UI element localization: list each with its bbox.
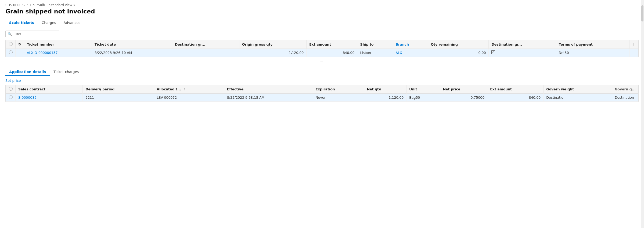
origin-gross-qty-cell: 1,120.00 (239, 49, 306, 57)
lower-row-checkbox-cell[interactable] (6, 94, 16, 102)
filter-container: 🔍 (5, 31, 639, 37)
lower-select-all-checkbox[interactable] (9, 87, 13, 91)
row-checkbox-cell[interactable] (6, 49, 16, 57)
sort-asc-icon[interactable]: ↑ (183, 88, 185, 91)
row-more-cell (629, 49, 638, 57)
lower-table-header: Sales contract Delivery period Allocated… (6, 85, 638, 94)
header-qty-remaining[interactable]: Qty remaining (428, 40, 489, 49)
lower-header-govern-g[interactable]: Govern g... (612, 85, 638, 94)
lower-header-select-all[interactable] (6, 85, 16, 94)
breadcrumb: CUS-000052 : Flour50lb | Standard view ∨ (5, 3, 639, 7)
net-qty-cell: 1,120.00 (364, 94, 406, 102)
header-branch[interactable]: Branch (393, 40, 428, 49)
table-row: S-0000083 2211 LEV-000072 8/22/2023 9:58… (6, 94, 638, 102)
refresh-icon: ↻ (18, 42, 21, 46)
lower-section: Application details Ticket charges Set p… (0, 65, 644, 102)
ship-to-cell: Lisbon (357, 49, 393, 57)
section-divider: = (0, 57, 644, 65)
header-destination-gr2[interactable]: Destination gr... (489, 40, 556, 49)
branch-cell[interactable]: ALX (393, 49, 428, 57)
tab-advances[interactable]: Advances (60, 19, 84, 27)
tab-ticket-charges[interactable]: Ticket charges (50, 68, 82, 76)
lower-header-net-qty[interactable]: Net qty (364, 85, 406, 94)
lower-header-unit[interactable]: Unit (406, 85, 440, 94)
ticket-number-cell[interactable]: ALX-O-000000137 (24, 49, 92, 57)
govern-g-cell: Destination (612, 94, 638, 102)
destination-gr2-cell[interactable] (489, 49, 556, 57)
qty-remaining-cell: 0.00 (428, 49, 489, 57)
customer-name: Flour50lb (30, 3, 45, 7)
application-details-table: Sales contract Delivery period Allocated… (5, 85, 639, 102)
header-refresh[interactable]: ↻ (16, 40, 24, 49)
lower-tabs: Application details Ticket charges (5, 68, 639, 76)
colon-separator: : (27, 3, 28, 7)
scrollbar-thumb[interactable] (641, 5, 643, 21)
sales-contract-cell[interactable]: S-0000083 (16, 94, 83, 102)
view-selector[interactable]: Standard view ∨ (49, 3, 75, 7)
filter-input-wrap[interactable]: 🔍 (5, 31, 59, 37)
pipe-separator: | (46, 3, 48, 7)
header-more[interactable]: ⋮ (629, 40, 638, 49)
header-destination-gr[interactable]: Destination gr... (172, 40, 239, 49)
lower-header-delivery-period[interactable]: Delivery period (83, 85, 154, 94)
destination-gr-cell (172, 49, 239, 57)
page-title: Grain shipped not invoiced (5, 8, 639, 15)
lower-header-expiration[interactable]: Expiration (313, 85, 364, 94)
govern-weight-cell: Destination (544, 94, 612, 102)
lower-header-ext-amount[interactable]: Ext amount (487, 85, 544, 94)
customer-id: CUS-000052 (5, 3, 26, 7)
search-icon: 🔍 (8, 32, 12, 36)
lower-row-checkbox[interactable] (9, 95, 13, 99)
lower-header-govern-weight[interactable]: Govern weight (544, 85, 612, 94)
terms-of-payment-cell: Net30 (556, 49, 629, 57)
tab-application-details[interactable]: Application details (5, 68, 50, 76)
header-ship-to[interactable]: Ship to (357, 40, 393, 49)
table-row: ALX-O-000000137 8/22/2023 9:26:10 AM 1,1… (6, 49, 638, 57)
set-price-link[interactable]: Set price (5, 79, 21, 83)
unit-cell: Bag50 (406, 94, 440, 102)
upper-table-header: ↻ Ticket number Ticket date Destination … (6, 40, 638, 49)
header-ticket-date[interactable]: Ticket date (92, 40, 172, 49)
allocated-t-cell: LEV-000072 (154, 94, 224, 102)
header-select-all[interactable] (6, 40, 16, 49)
right-scrollbar[interactable] (641, 0, 644, 102)
delivery-period-cell: 2211 (83, 94, 154, 102)
ext-amount-cell: 840.00 (307, 49, 357, 57)
tab-charges[interactable]: Charges (38, 19, 60, 27)
net-price-cell: 0.75000 (440, 94, 487, 102)
lower-header-net-price[interactable]: Net price (440, 85, 487, 94)
upper-section: 🔍 ↻ Ticket number Ticket date (0, 27, 644, 57)
row-refresh-cell (16, 49, 24, 57)
header-ext-amount[interactable]: Ext amount (307, 40, 357, 49)
effective-cell: 8/22/2023 9:58:15 AM (224, 94, 313, 102)
lower-header-sales-contract[interactable]: Sales contract (16, 85, 83, 94)
tab-scale-tickets[interactable]: Scale tickets (5, 19, 38, 27)
lower-header-effective[interactable]: Effective (224, 85, 313, 94)
ticket-date-cell: 8/22/2023 9:26:10 AM (92, 49, 172, 57)
ext-amount-lower-cell: 840.00 (487, 94, 544, 102)
scale-tickets-table: ↻ Ticket number Ticket date Destination … (5, 40, 639, 57)
select-all-checkbox[interactable] (9, 42, 13, 46)
lower-header-allocated-t[interactable]: Allocated t... ↑ (154, 85, 224, 94)
filter-input[interactable] (13, 32, 57, 36)
row-checkbox[interactable] (9, 50, 13, 54)
view-label: Standard view (49, 3, 72, 7)
expiration-cell: Never (313, 94, 364, 102)
header-origin-gross-qty[interactable]: Origin gross qty (239, 40, 306, 49)
destination-checkbox[interactable] (491, 50, 495, 54)
main-tabs: Scale tickets Charges Advances (0, 19, 644, 27)
header-ticket-number[interactable]: Ticket number (24, 40, 92, 49)
header-terms-of-payment[interactable]: Terms of payment (556, 40, 629, 49)
chevron-down-icon: ∨ (73, 4, 75, 7)
